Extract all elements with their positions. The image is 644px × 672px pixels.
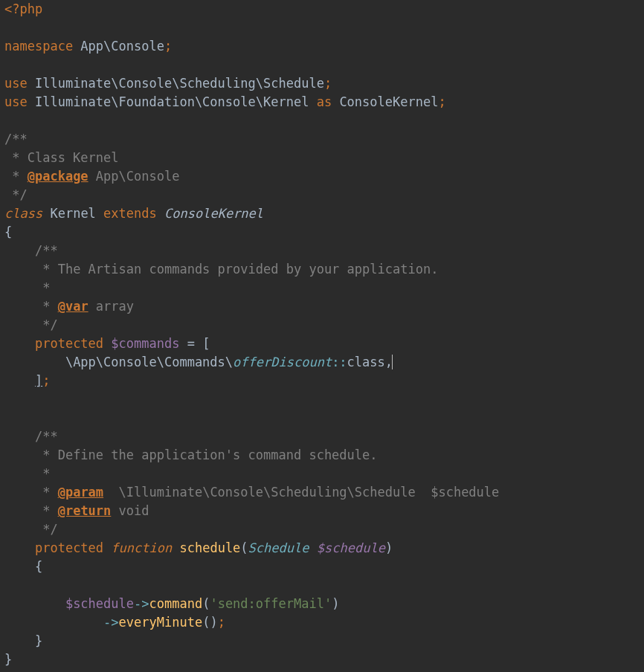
docblock-close: */ [35, 522, 58, 537]
op-arrow: -> [103, 615, 118, 630]
indent [4, 429, 35, 444]
code-line: { [4, 559, 42, 574]
space [42, 206, 50, 221]
indent [4, 243, 35, 258]
code-line: use Illuminate\Console\Scheduling\Schedu… [4, 76, 332, 91]
kw-use: use [4, 94, 28, 109]
kw-protected: protected [35, 336, 103, 351]
paren-close: ) [210, 615, 217, 630]
semicolon: ; [324, 76, 332, 91]
code-line: } [4, 652, 12, 667]
code-line: { [4, 224, 12, 239]
space [103, 540, 111, 555]
method-call: everyMinute [119, 615, 203, 630]
indent [4, 373, 35, 388]
indent [4, 448, 35, 462]
docblock-line: * The Artisan commands provided by your … [35, 262, 438, 277]
indent [4, 299, 35, 314]
parent-class: ConsoleKernel [164, 206, 263, 221]
docblock-open: /** [35, 429, 58, 444]
docblock-close: */ [4, 187, 28, 202]
code-line: * @return void [4, 503, 149, 518]
var-schedule: $schedule [65, 596, 134, 611]
brace-close: } [4, 652, 12, 667]
param-var: $schedule [317, 540, 385, 555]
brace-open: { [35, 559, 42, 574]
brace-open: { [4, 224, 12, 239]
indent [4, 615, 103, 630]
code-line: * [4, 466, 50, 481]
docblock-tag-var: @var [58, 299, 88, 314]
space [157, 206, 164, 221]
class-path: \App\Console\Commands\ [65, 355, 233, 369]
indent [4, 540, 35, 555]
docblock-rest: \Illuminate\Console\Scheduling\Schedule … [103, 485, 499, 500]
paren-close: ) [332, 596, 339, 611]
php-open-tag: <?php [4, 1, 42, 16]
code-line: class Kernel extends ConsoleKernel [4, 206, 263, 221]
docblock-line: * [35, 466, 50, 481]
code-line: * @var array [4, 299, 134, 314]
code-editor[interactable]: <?php namespace App\Console; use Illumin… [0, 0, 644, 672]
docblock-line: * Define the application's command sched… [35, 448, 378, 462]
method-name: schedule [179, 540, 240, 555]
indent [4, 336, 35, 351]
indent [4, 596, 65, 611]
docblock-prefix: * [4, 169, 28, 184]
code-line [4, 20, 12, 35]
paren-open: ( [240, 540, 248, 555]
code-line: ->everyMinute(); [4, 615, 225, 630]
code-line [4, 410, 12, 425]
indent [4, 503, 35, 518]
class-ref: offerDiscount [233, 355, 332, 369]
code-line: ]; [4, 373, 50, 388]
docblock-prefix: * [35, 299, 58, 314]
code-line: } [4, 633, 42, 648]
indent [4, 262, 35, 277]
indent [4, 485, 35, 500]
kw-class: class [4, 206, 42, 221]
docblock-rest: App\Console [88, 169, 180, 184]
alias-name: ConsoleKernel [332, 94, 438, 109]
kw-namespace: namespace [4, 39, 73, 54]
space [103, 336, 111, 351]
code-line: protected function schedule(Schedule $sc… [4, 540, 393, 555]
semicolon: ; [42, 373, 50, 388]
string-literal: 'send:offerMail' [210, 596, 332, 611]
semicolon: ; [164, 39, 172, 54]
paren-close: ) [385, 540, 393, 555]
param-type: Schedule [248, 540, 309, 555]
paren-open: ( [202, 596, 210, 611]
docblock-line: * [35, 280, 50, 295]
namespace-path: App\Console [73, 39, 164, 54]
code-line: * @param \Illuminate\Console\Scheduling\… [4, 485, 499, 500]
use-path: Illuminate\Foundation\Console\Kernel [28, 94, 317, 109]
method-call: command [149, 596, 203, 611]
space [96, 206, 103, 221]
code-line: protected $commands = [ [4, 336, 210, 351]
code-line: * The Artisan commands provided by your … [4, 262, 438, 277]
code-line: */ [4, 317, 58, 332]
code-line [4, 578, 12, 592]
code-line: * @package App\Console [4, 169, 179, 184]
code-line: */ [4, 522, 58, 537]
op-assign: = [179, 336, 202, 351]
code-line [4, 392, 12, 407]
kw-use: use [4, 76, 28, 91]
docblock-tag-param: @param [58, 485, 103, 500]
bracket-open: [ [202, 336, 210, 351]
docblock-tag-return: @return [58, 503, 112, 518]
indent [4, 559, 35, 574]
code-line: * Class Kernel [4, 150, 119, 165]
docblock-open: /** [4, 132, 28, 146]
code-line [4, 113, 12, 128]
code-line: */ [4, 187, 28, 202]
indent [4, 317, 35, 332]
docblock-open: /** [35, 243, 58, 258]
text-caret [392, 355, 393, 369]
kw-as: as [317, 94, 332, 109]
indent [4, 280, 35, 295]
code-line: /** [4, 243, 58, 258]
code-line: namespace App\Console; [4, 39, 172, 54]
var-commands: $commands [111, 336, 179, 351]
